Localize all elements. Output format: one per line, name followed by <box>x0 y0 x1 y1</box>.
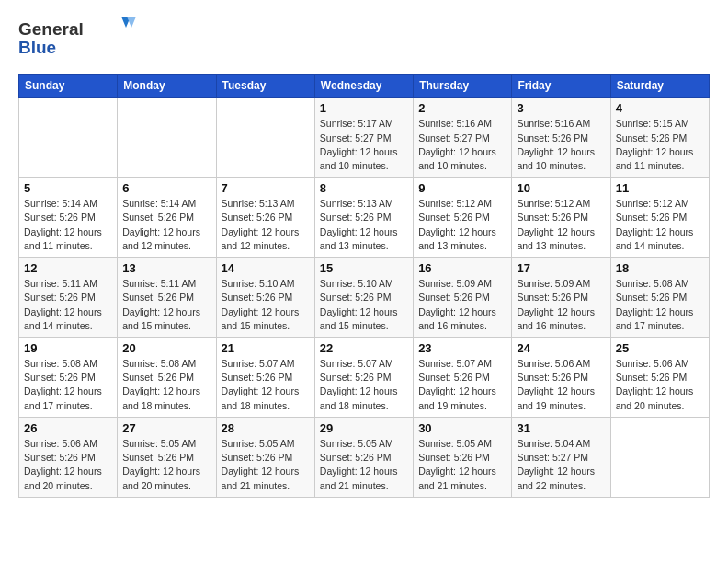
day-info: Sunrise: 5:06 AM Sunset: 5:26 PM Dayligh… <box>24 437 112 493</box>
header-cell-friday: Friday <box>512 75 610 98</box>
day-info: Sunrise: 5:16 AM Sunset: 5:27 PM Dayligh… <box>418 117 506 173</box>
day-info: Sunrise: 5:12 AM Sunset: 5:26 PM Dayligh… <box>616 197 704 253</box>
header-cell-monday: Monday <box>118 75 216 98</box>
day-info: Sunrise: 5:14 AM Sunset: 5:26 PM Dayligh… <box>24 197 112 253</box>
day-number: 22 <box>320 341 408 355</box>
day-info: Sunrise: 5:08 AM Sunset: 5:26 PM Dayligh… <box>24 357 112 413</box>
day-number: 12 <box>24 261 112 275</box>
header-cell-saturday: Saturday <box>610 75 709 98</box>
day-number: 21 <box>222 341 310 355</box>
day-cell: 5Sunrise: 5:14 AM Sunset: 5:26 PM Daylig… <box>19 178 118 258</box>
day-info: Sunrise: 5:05 AM Sunset: 5:26 PM Dayligh… <box>122 437 210 493</box>
day-info: Sunrise: 5:05 AM Sunset: 5:26 PM Dayligh… <box>418 437 506 493</box>
logo-blue: Blue <box>18 38 56 57</box>
day-info: Sunrise: 5:12 AM Sunset: 5:26 PM Dayligh… <box>418 197 506 253</box>
day-number: 29 <box>320 421 408 435</box>
day-cell: 20Sunrise: 5:08 AM Sunset: 5:26 PM Dayli… <box>118 338 216 418</box>
logo-block: General Blue <box>18 15 138 64</box>
logo-svg: General Blue <box>18 15 138 61</box>
day-number: 14 <box>222 261 310 275</box>
day-cell: 30Sunrise: 5:05 AM Sunset: 5:26 PM Dayli… <box>414 417 512 497</box>
week-row-3: 12Sunrise: 5:11 AM Sunset: 5:26 PM Dayli… <box>19 258 710 338</box>
day-number: 17 <box>517 261 605 275</box>
header-cell-sunday: Sunday <box>19 75 118 98</box>
week-row-2: 5Sunrise: 5:14 AM Sunset: 5:26 PM Daylig… <box>19 178 710 258</box>
day-number: 10 <box>517 181 605 195</box>
day-cell: 15Sunrise: 5:10 AM Sunset: 5:26 PM Dayli… <box>314 258 413 338</box>
day-number: 30 <box>418 421 506 435</box>
day-number: 2 <box>418 101 506 115</box>
page: General Blue SundayMondayTuesdayWednesda… <box>0 0 728 563</box>
day-number: 26 <box>24 421 112 435</box>
day-info: Sunrise: 5:07 AM Sunset: 5:26 PM Dayligh… <box>320 357 408 413</box>
day-cell: 10Sunrise: 5:12 AM Sunset: 5:26 PM Dayli… <box>512 178 610 258</box>
day-number: 1 <box>320 101 408 115</box>
day-number: 16 <box>418 261 506 275</box>
day-info: Sunrise: 5:04 AM Sunset: 5:27 PM Dayligh… <box>517 437 605 493</box>
calendar-header-row: SundayMondayTuesdayWednesdayThursdayFrid… <box>19 75 710 98</box>
day-info: Sunrise: 5:05 AM Sunset: 5:26 PM Dayligh… <box>320 437 408 493</box>
day-cell: 19Sunrise: 5:08 AM Sunset: 5:26 PM Dayli… <box>19 338 118 418</box>
day-cell: 29Sunrise: 5:05 AM Sunset: 5:26 PM Dayli… <box>314 417 413 497</box>
day-cell: 13Sunrise: 5:11 AM Sunset: 5:26 PM Dayli… <box>118 258 216 338</box>
day-cell: 2Sunrise: 5:16 AM Sunset: 5:27 PM Daylig… <box>414 98 512 178</box>
day-cell: 17Sunrise: 5:09 AM Sunset: 5:26 PM Dayli… <box>512 258 610 338</box>
day-cell: 11Sunrise: 5:12 AM Sunset: 5:26 PM Dayli… <box>610 178 709 258</box>
day-cell: 28Sunrise: 5:05 AM Sunset: 5:26 PM Dayli… <box>216 417 314 497</box>
day-cell: 1Sunrise: 5:17 AM Sunset: 5:27 PM Daylig… <box>314 98 413 178</box>
day-number: 8 <box>320 181 408 195</box>
day-cell: 18Sunrise: 5:08 AM Sunset: 5:26 PM Dayli… <box>610 258 709 338</box>
day-number: 6 <box>122 181 210 195</box>
day-info: Sunrise: 5:16 AM Sunset: 5:26 PM Dayligh… <box>517 117 605 173</box>
day-cell: 25Sunrise: 5:06 AM Sunset: 5:26 PM Dayli… <box>610 338 709 418</box>
header-cell-wednesday: Wednesday <box>314 75 413 98</box>
day-cell: 12Sunrise: 5:11 AM Sunset: 5:26 PM Dayli… <box>19 258 118 338</box>
day-number: 23 <box>418 341 506 355</box>
day-number: 31 <box>517 421 605 435</box>
day-info: Sunrise: 5:10 AM Sunset: 5:26 PM Dayligh… <box>320 277 408 333</box>
day-info: Sunrise: 5:06 AM Sunset: 5:26 PM Dayligh… <box>517 357 605 413</box>
day-info: Sunrise: 5:06 AM Sunset: 5:26 PM Dayligh… <box>616 357 704 413</box>
logo-general: General <box>18 19 84 39</box>
day-cell: 8Sunrise: 5:13 AM Sunset: 5:26 PM Daylig… <box>314 178 413 258</box>
day-cell: 3Sunrise: 5:16 AM Sunset: 5:26 PM Daylig… <box>512 98 610 178</box>
day-info: Sunrise: 5:11 AM Sunset: 5:26 PM Dayligh… <box>122 277 210 333</box>
day-number: 28 <box>222 421 310 435</box>
day-cell: 7Sunrise: 5:13 AM Sunset: 5:26 PM Daylig… <box>216 178 314 258</box>
day-cell: 4Sunrise: 5:15 AM Sunset: 5:26 PM Daylig… <box>610 98 709 178</box>
logo: General Blue <box>18 15 138 64</box>
calendar-table: SundayMondayTuesdayWednesdayThursdayFrid… <box>18 74 710 497</box>
day-number: 18 <box>616 261 704 275</box>
day-cell: 23Sunrise: 5:07 AM Sunset: 5:26 PM Dayli… <box>414 338 512 418</box>
day-number: 11 <box>616 181 704 195</box>
week-row-1: 1Sunrise: 5:17 AM Sunset: 5:27 PM Daylig… <box>19 98 710 178</box>
day-info: Sunrise: 5:13 AM Sunset: 5:26 PM Dayligh… <box>222 197 310 253</box>
day-cell: 14Sunrise: 5:10 AM Sunset: 5:26 PM Dayli… <box>216 258 314 338</box>
day-cell <box>19 98 118 178</box>
day-cell: 21Sunrise: 5:07 AM Sunset: 5:26 PM Dayli… <box>216 338 314 418</box>
day-info: Sunrise: 5:07 AM Sunset: 5:26 PM Dayligh… <box>222 357 310 413</box>
week-row-5: 26Sunrise: 5:06 AM Sunset: 5:26 PM Dayli… <box>19 417 710 497</box>
day-info: Sunrise: 5:08 AM Sunset: 5:26 PM Dayligh… <box>616 277 704 333</box>
day-number: 9 <box>418 181 506 195</box>
day-cell: 27Sunrise: 5:05 AM Sunset: 5:26 PM Dayli… <box>118 417 216 497</box>
header: General Blue <box>18 15 710 64</box>
day-info: Sunrise: 5:10 AM Sunset: 5:26 PM Dayligh… <box>222 277 310 333</box>
day-info: Sunrise: 5:07 AM Sunset: 5:26 PM Dayligh… <box>418 357 506 413</box>
day-number: 5 <box>24 181 112 195</box>
day-info: Sunrise: 5:08 AM Sunset: 5:26 PM Dayligh… <box>122 357 210 413</box>
day-cell <box>610 417 709 497</box>
day-cell: 9Sunrise: 5:12 AM Sunset: 5:26 PM Daylig… <box>414 178 512 258</box>
day-number: 27 <box>122 421 210 435</box>
day-info: Sunrise: 5:15 AM Sunset: 5:26 PM Dayligh… <box>616 117 704 173</box>
day-number: 13 <box>122 261 210 275</box>
day-info: Sunrise: 5:05 AM Sunset: 5:26 PM Dayligh… <box>222 437 310 493</box>
day-cell: 26Sunrise: 5:06 AM Sunset: 5:26 PM Dayli… <box>19 417 118 497</box>
day-info: Sunrise: 5:17 AM Sunset: 5:27 PM Dayligh… <box>320 117 408 173</box>
day-cell: 31Sunrise: 5:04 AM Sunset: 5:27 PM Dayli… <box>512 417 610 497</box>
calendar-body: 1Sunrise: 5:17 AM Sunset: 5:27 PM Daylig… <box>19 98 710 497</box>
day-cell <box>216 98 314 178</box>
week-row-4: 19Sunrise: 5:08 AM Sunset: 5:26 PM Dayli… <box>19 338 710 418</box>
day-number: 20 <box>122 341 210 355</box>
day-cell: 22Sunrise: 5:07 AM Sunset: 5:26 PM Dayli… <box>314 338 413 418</box>
